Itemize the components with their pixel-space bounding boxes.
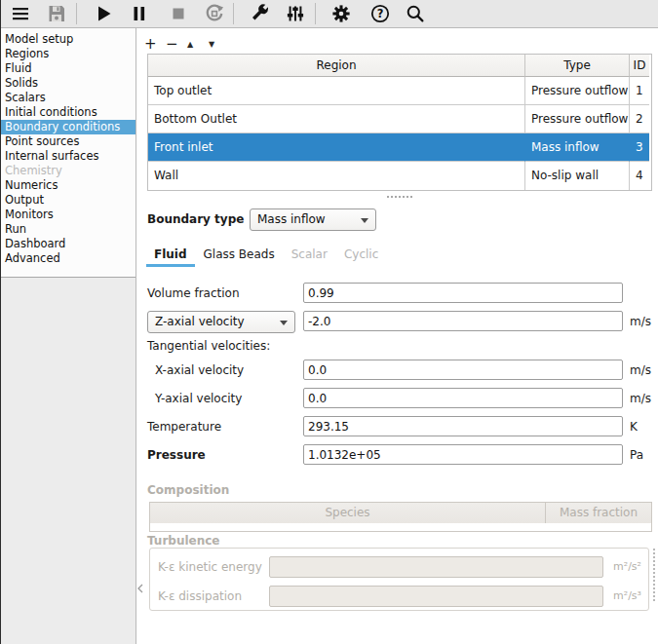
menu-icon — [10, 3, 31, 24]
table-splitter-handle[interactable] — [387, 196, 412, 198]
pause-button[interactable] — [127, 2, 152, 25]
sidebar-item-internal-surfaces[interactable]: Internal surfaces — [1, 149, 135, 164]
parameters-button[interactable] — [283, 2, 308, 25]
save-icon — [46, 3, 67, 24]
y-velocity-input[interactable] — [303, 388, 623, 408]
table-row-selected[interactable]: Front inlet Mass inflow 3 — [148, 133, 651, 162]
reset-button[interactable] — [202, 2, 227, 25]
turbulence-group-title: Turbulence — [147, 534, 220, 548]
cell-region[interactable]: Wall — [148, 162, 525, 190]
table-row[interactable]: Wall No-slip wall 4 — [148, 162, 651, 190]
sidebar-item-model-setup[interactable]: Model setup — [1, 32, 135, 47]
tangential-velocities-heading: Tangential velocities: — [147, 339, 270, 353]
sidebar-item-initial-conditions[interactable]: Initial conditions — [1, 105, 135, 120]
volume-fraction-input[interactable] — [303, 283, 623, 303]
sidebar-item-scalars[interactable]: Scalars — [1, 91, 135, 105]
add-region-button[interactable]: + — [144, 35, 166, 53]
move-down-button[interactable]: ▼ — [209, 35, 230, 53]
sidebar-splitter-collapse[interactable] — [136, 583, 144, 594]
sidebar-item-fluid[interactable]: Fluid — [1, 61, 135, 76]
tab-glass-beads[interactable]: Glass Beads — [196, 245, 283, 267]
cell-type[interactable]: Mass inflow — [525, 133, 630, 162]
ke-dissipation-unit: m²/s³ — [613, 589, 641, 602]
sidebar-item-solids[interactable]: Solids — [1, 76, 135, 91]
search-button[interactable] — [403, 2, 428, 25]
reset-icon — [204, 3, 225, 24]
cell-type[interactable]: No-slip wall — [525, 162, 630, 190]
application-window: { "toolbar": { "buttons": [ {"name": "me… — [0, 0, 658, 644]
help-button[interactable]: ? — [368, 2, 393, 25]
sidebar-item-output[interactable]: Output — [1, 193, 135, 208]
col-header-region: Region — [148, 55, 525, 77]
axial-velocity-option: Z-axial velocity — [155, 315, 245, 328]
x-velocity-label: X-axial velocity — [155, 363, 244, 377]
build-button[interactable] — [247, 2, 272, 25]
svg-text:?: ? — [377, 7, 384, 20]
run-button[interactable] — [91, 2, 116, 25]
cell-region[interactable]: Front inlet — [148, 133, 525, 162]
sidebar-item-numerics[interactable]: Numerics — [1, 178, 135, 193]
menu-button[interactable] — [8, 2, 33, 25]
save-button[interactable] — [44, 2, 69, 25]
settings-button[interactable] — [329, 2, 354, 25]
sliders-icon — [285, 3, 306, 24]
col-header-mass-fraction: Mass fraction — [546, 503, 651, 523]
cell-id[interactable]: 4 — [630, 162, 649, 190]
sidebar-item-advanced[interactable]: Advanced — [1, 251, 135, 266]
x-velocity-input[interactable] — [303, 360, 623, 380]
composition-table: Species Mass fraction — [149, 502, 652, 532]
boundary-type-value: Mass inflow — [257, 212, 326, 226]
region-table: Region Type ID Top outlet Pressure outfl… — [147, 54, 652, 191]
ke-dissipation-label: K-ε dissipation — [158, 589, 242, 603]
pause-icon — [129, 3, 150, 24]
temperature-input[interactable] — [303, 416, 623, 436]
tab-scalar: Scalar — [284, 245, 335, 267]
z-velocity-input[interactable] — [303, 311, 623, 331]
cell-type[interactable]: Pressure outflow — [525, 77, 630, 105]
ke-kinetic-energy-input — [269, 556, 603, 578]
boundary-conditions-pane: + − ▲ ▼ Region Type ID Top outlet Pressu… — [136, 28, 658, 644]
main-splitter-handle[interactable] — [653, 549, 655, 601]
composition-table-body — [150, 523, 651, 531]
toolbar-separator — [315, 3, 316, 24]
temperature-label: Temperature — [147, 420, 221, 434]
sidebar-item-boundary-conditions[interactable]: Boundary conditions — [1, 120, 135, 134]
tab-fluid[interactable]: Fluid — [146, 245, 195, 267]
wrench-icon — [249, 3, 270, 24]
cell-id[interactable]: 1 — [630, 77, 649, 105]
ke-kinetic-energy-label: K-ε kinetic energy — [158, 560, 262, 574]
stop-icon — [168, 3, 189, 24]
cell-region[interactable]: Bottom Outlet — [148, 105, 525, 133]
stop-button[interactable] — [166, 2, 191, 25]
composition-group-title: Composition — [147, 483, 229, 497]
sidebar-item-chemistry: Chemistry — [1, 164, 135, 178]
navigation-list: Model setup Regions Fluid Solids Scalars… — [1, 28, 135, 278]
sidebar-item-dashboard[interactable]: Dashboard — [1, 237, 135, 251]
tab-cyclic: Cyclic — [336, 245, 386, 267]
pressure-input[interactable] — [303, 444, 623, 465]
sidebar-item-monitors[interactable]: Monitors — [1, 208, 135, 222]
composition-header-row: Species Mass fraction — [150, 503, 651, 523]
z-velocity-unit: m/s — [630, 315, 651, 328]
search-icon — [405, 3, 426, 24]
table-row[interactable]: Bottom Outlet Pressure outflow 2 — [148, 105, 651, 133]
table-row[interactable]: Top outlet Pressure outflow 1 — [148, 77, 651, 105]
cell-region[interactable]: Top outlet — [148, 77, 525, 105]
pressure-label: Pressure — [147, 448, 206, 462]
play-icon — [93, 3, 114, 24]
gear-icon — [330, 3, 352, 24]
cell-id[interactable]: 2 — [630, 105, 649, 133]
sidebar-item-point-sources[interactable]: Point sources — [1, 134, 135, 149]
cell-type[interactable]: Pressure outflow — [525, 105, 630, 133]
sidebar-item-regions[interactable]: Regions — [1, 47, 135, 61]
sidebar-item-run[interactable]: Run — [1, 222, 135, 237]
boundary-type-select[interactable]: Mass inflow — [250, 208, 376, 231]
remove-region-button[interactable]: − — [166, 35, 187, 53]
ke-kinetic-energy-unit: m²/s² — [613, 560, 641, 573]
cell-id[interactable]: 3 — [630, 133, 649, 162]
y-velocity-label: Y-axial velocity — [155, 392, 242, 405]
col-header-id: ID — [630, 55, 649, 77]
move-up-button[interactable]: ▲ — [187, 35, 209, 53]
sidebar-panel: Model setup Regions Fluid Solids Scalars… — [1, 28, 136, 644]
axial-velocity-select[interactable]: Z-axial velocity — [147, 311, 295, 333]
